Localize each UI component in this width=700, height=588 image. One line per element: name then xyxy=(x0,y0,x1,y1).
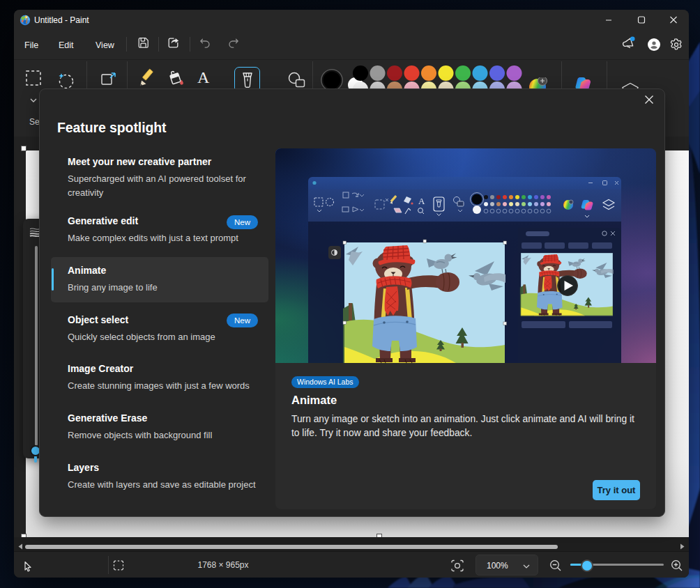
svg-text:A: A xyxy=(418,196,425,206)
